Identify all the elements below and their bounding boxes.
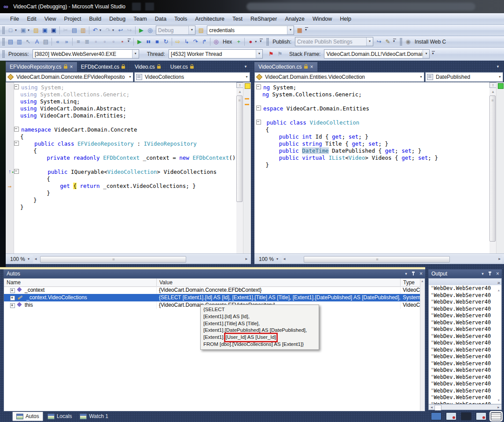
toolbar-grip[interactable] bbox=[266, 38, 269, 46]
scroll-up-icon[interactable]: ▲ bbox=[489, 89, 497, 95]
menu-item-edit[interactable]: Edit bbox=[23, 15, 40, 23]
bookmark-prev-icon[interactable]: ▫ bbox=[110, 38, 118, 46]
menu-item-help[interactable]: Help bbox=[336, 15, 355, 23]
add-item-dropdown-icon[interactable]: ▾ bbox=[28, 26, 32, 34]
stop-debugging-icon[interactable]: ■ bbox=[153, 38, 161, 46]
zoom-level[interactable]: 100 % bbox=[254, 256, 276, 262]
expand-icon[interactable] bbox=[10, 288, 15, 293]
scroll-up-icon[interactable]: ▲ bbox=[497, 289, 501, 293]
scroll-left-icon[interactable]: ◄ bbox=[33, 256, 38, 262]
menu-item-project[interactable]: Project bbox=[60, 15, 85, 23]
step-over-icon[interactable]: ↷ bbox=[191, 38, 199, 46]
view-markup-icon[interactable]: ▥ bbox=[15, 38, 23, 46]
horizontal-scrollbar-right[interactable]: ◄ ► bbox=[282, 255, 502, 263]
indicator-margin-left[interactable]: ↑→ bbox=[6, 82, 14, 253]
tab-efdbcontext-cs[interactable]: EFDbContext.cs bbox=[77, 62, 131, 72]
list-window-icon[interactable] bbox=[491, 412, 501, 420]
breakpoint-dropdown-icon[interactable]: ▾ bbox=[255, 38, 259, 46]
publish-combo[interactable]: Create Publish Settings bbox=[295, 37, 373, 46]
scroll-left-icon[interactable]: ◄ bbox=[429, 405, 434, 410]
zoom-dropdown-icon[interactable] bbox=[28, 257, 33, 261]
tab-video-cs[interactable]: Video.cs bbox=[131, 62, 166, 72]
scroll-up-icon[interactable]: ▲ bbox=[236, 89, 243, 95]
menu-item-data[interactable]: Data bbox=[151, 15, 170, 23]
pause-icon[interactable]: ▮▮ bbox=[144, 38, 152, 46]
cut-icon[interactable]: ✂ bbox=[62, 26, 70, 34]
flag-threads-icon[interactable]: ⚑ bbox=[267, 50, 275, 58]
close-icon[interactable] bbox=[494, 271, 501, 277]
show-flagged-only-icon[interactable]: ⚑ bbox=[276, 50, 284, 58]
select-tool-icon[interactable]: ↖ bbox=[24, 38, 32, 46]
start-debugging-icon[interactable]: ▶ bbox=[137, 26, 145, 34]
toolbar-grip[interactable] bbox=[2, 26, 5, 34]
fold-collapse-icon[interactable] bbox=[256, 120, 261, 125]
comment-icon[interactable]: ≡ bbox=[74, 38, 82, 46]
menu-item-test[interactable]: Test bbox=[228, 15, 246, 23]
dropdown-arrow-icon[interactable] bbox=[188, 26, 195, 34]
notes-window-icon[interactable] bbox=[476, 412, 486, 420]
save-icon[interactable]: ▣ bbox=[41, 26, 49, 34]
bookmark-next-icon[interactable]: ▫ bbox=[101, 38, 109, 46]
autos-row[interactable]: _context.VideoCollections{SELECT [Extent… bbox=[4, 294, 420, 301]
zoom-dropdown-icon[interactable] bbox=[276, 257, 282, 261]
menu-item-analyze[interactable]: Analyze bbox=[281, 15, 308, 23]
tool-tab-watch-1[interactable]: Watch 1 bbox=[76, 412, 112, 421]
debug-location-overflow[interactable] bbox=[431, 50, 436, 58]
scroll-left-icon[interactable]: ◄ bbox=[282, 256, 287, 262]
column-header-value[interactable]: Value bbox=[157, 279, 401, 286]
tool-tab-autos[interactable]: Autos bbox=[12, 412, 43, 421]
toolbar-grip[interactable] bbox=[400, 38, 402, 46]
close-icon[interactable]: × bbox=[310, 64, 313, 70]
member-dropdown-left[interactable]: VideoCollections bbox=[134, 72, 250, 82]
member-dropdown-right[interactable]: DatePublished bbox=[425, 72, 503, 82]
continue-icon[interactable]: ▶ bbox=[136, 38, 143, 46]
warning-marker-icon[interactable] bbox=[245, 98, 249, 99]
autos-grid-scrollbar[interactable] bbox=[420, 279, 425, 411]
new-project-icon[interactable]: □ bbox=[7, 26, 15, 34]
type-dropdown-left[interactable]: VideoCart.Domain.Concrete.EFVideoReposit… bbox=[6, 72, 133, 82]
dropdown-arrow-icon[interactable] bbox=[256, 50, 262, 58]
undo-dropdown-icon[interactable]: ▾ bbox=[99, 26, 103, 34]
scroll-right-icon[interactable]: ► bbox=[497, 256, 502, 262]
window-position-menu-icon[interactable] bbox=[479, 271, 486, 277]
autos-grid-header[interactable]: NameValueType bbox=[4, 279, 420, 287]
open-file-icon[interactable]: ▨ bbox=[32, 26, 40, 34]
menu-item-view[interactable]: View bbox=[40, 15, 60, 23]
tab-list-dropdown-icon[interactable] bbox=[243, 64, 248, 70]
menu-item-resharper[interactable]: ReSharper bbox=[246, 15, 281, 23]
publish-run-icon[interactable]: ↪ bbox=[375, 38, 383, 46]
standard-toolbar-overflow[interactable] bbox=[304, 26, 309, 34]
new-project-dropdown-icon[interactable]: ▾ bbox=[15, 26, 19, 34]
add-item-icon[interactable]: ▣ bbox=[19, 26, 27, 34]
breakpoint-icon[interactable]: ● bbox=[246, 38, 254, 46]
fold-collapse-icon[interactable] bbox=[14, 127, 19, 132]
close-icon[interactable] bbox=[418, 271, 424, 277]
process-combo[interactable]: [3820] WebDev.WebServer40.EXE bbox=[33, 49, 139, 59]
horizontal-scrollbar-left[interactable]: ◄ ► bbox=[33, 255, 249, 263]
bookmark-icon[interactable]: ▫ bbox=[92, 38, 100, 46]
display-switch-icon[interactable] bbox=[431, 412, 441, 420]
output-title-bar[interactable]: Output bbox=[428, 269, 502, 278]
toolbar-grip[interactable] bbox=[2, 50, 5, 58]
sort-usings-icon[interactable]: A bbox=[33, 38, 41, 46]
copy-icon[interactable]: ▤ bbox=[70, 26, 78, 34]
tab-efvideorepository-cs[interactable]: EFVideoRepository.cs× bbox=[6, 62, 77, 72]
text-editor-toolbar-overflow[interactable] bbox=[127, 38, 132, 46]
undo-icon[interactable]: ↶ bbox=[91, 26, 99, 34]
uncomment-icon[interactable]: ≣ bbox=[83, 38, 91, 46]
column-header-type[interactable]: Type bbox=[401, 279, 420, 286]
menu-item-file[interactable]: File bbox=[6, 15, 23, 23]
file-status-ok-icon[interactable] bbox=[498, 83, 504, 89]
horizontal-scroll-thumb[interactable] bbox=[40, 256, 186, 263]
autos-row[interactable]: _context{VideoCart.Domain.Concrete.EFDbC… bbox=[4, 286, 420, 294]
code-editor-left[interactable]: ↑→ using System;using System.Collections… bbox=[6, 82, 251, 253]
navigate-backward-icon[interactable]: ↩ bbox=[117, 26, 125, 34]
code-area-left[interactable]: using System;using System.Collections.Ge… bbox=[14, 82, 236, 253]
breakpoints-window-icon[interactable]: ◎ bbox=[212, 38, 220, 46]
expand-icon[interactable] bbox=[10, 303, 15, 308]
fold-collapse-icon[interactable] bbox=[256, 106, 261, 110]
menu-item-team[interactable]: Team bbox=[129, 15, 151, 23]
show-next-statement-icon[interactable]: ⇨ bbox=[174, 38, 182, 46]
publish-edit-icon[interactable]: ✎ bbox=[384, 38, 392, 46]
dropdown-arrow-icon[interactable] bbox=[287, 26, 294, 34]
